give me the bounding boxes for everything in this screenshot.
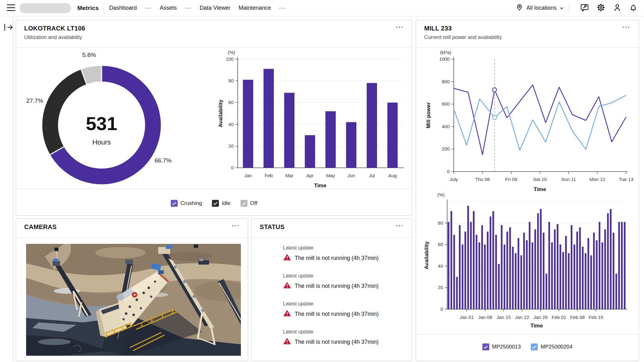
card-cameras-header: CAMERAS ··· (16, 219, 248, 231)
svg-text:80: 80 (228, 78, 234, 83)
svg-text:60: 60 (438, 242, 443, 247)
svg-text:600: 600 (442, 101, 450, 107)
status-item-message: The mill is not running (4h 37min) (295, 311, 379, 317)
mill-power-line-chart: 02004006008001000(kPa)JulyThu 08Fri 09Sa… (421, 49, 636, 208)
legend-label: Off (250, 200, 257, 206)
legend-label: Idle (222, 200, 230, 206)
legend-label: MP25000204 (541, 344, 572, 350)
feedback-button[interactable] (579, 2, 591, 14)
svg-text:Jan 22: Jan 22 (515, 315, 529, 320)
svg-text:Feb 15: Feb 15 (589, 315, 603, 320)
svg-text:(%): (%) (437, 192, 445, 197)
svg-text:Mill power: Mill power (425, 102, 431, 129)
status-list: Latest updateThe mill is not running (4h… (252, 231, 412, 346)
card-title: CAMERAS (24, 223, 240, 231)
status-item-message: The mill is not running (4h 37min) (295, 283, 379, 289)
svg-text:(%): (%) (228, 50, 235, 55)
status-item-label: Latest update (283, 273, 412, 279)
svg-text:Jan 08: Jan 08 (478, 315, 492, 320)
svg-text:0: 0 (447, 169, 450, 174)
checkbox-checked-icon[interactable] (171, 200, 178, 207)
status-item-message-row: The mill is not running (4h 37min) (283, 254, 412, 262)
location-label: All locations (526, 5, 557, 11)
status-item: Latest updateThe mill is not running (4h… (283, 245, 412, 262)
svg-text:Sun 11: Sun 11 (561, 177, 576, 182)
card-subtitle: Utilization and availability (24, 34, 404, 40)
nav-item-maintenance[interactable]: Maintenance (239, 5, 271, 11)
notifications-button[interactable] (628, 2, 639, 14)
left-panel-divider (13, 16, 13, 362)
nav-divider (569, 3, 569, 13)
nav-item-dashboard[interactable]: Dashboard (109, 5, 137, 11)
card-lokotrack-header: LOKOTRACK LT106 Utilization and availabi… (16, 20, 412, 40)
product-title: Metrics (77, 5, 99, 12)
status-item-message: The mill is not running (4h 37min) (295, 255, 379, 261)
svg-text:66.7%: 66.7% (155, 157, 172, 164)
expand-panel-button[interactable] (3, 23, 14, 33)
nav-overflow-button[interactable]: ··· (145, 5, 152, 11)
top-nav: Metrics Dashboard···Assets···Data Viewer… (0, 0, 644, 16)
svg-text:531: 531 (86, 113, 117, 134)
hamburger-menu-button[interactable] (5, 3, 17, 14)
lokotrack-legend-item-crushing[interactable]: Crushing (171, 200, 202, 207)
legend-label: MP2500013 (492, 344, 521, 350)
checkbox-checked-icon[interactable] (212, 200, 219, 207)
card-mill-header: MILL 233 Current mill power and availabi… (416, 20, 639, 40)
svg-text:1000: 1000 (439, 56, 450, 62)
mill-legend-item-mp2500013[interactable]: MP2500013 (482, 343, 521, 350)
status-item-label: Latest update (283, 301, 412, 307)
svg-text:Jan: Jan (244, 173, 252, 178)
svg-text:Mar: Mar (285, 173, 293, 178)
svg-text:Apr: Apr (306, 173, 314, 178)
lokotrack-legend-item-off[interactable]: Off (241, 200, 257, 207)
card-cameras: CAMERAS ··· (16, 218, 248, 361)
svg-text:Feb: Feb (265, 173, 273, 178)
card-menu-button[interactable]: ··· (623, 24, 630, 31)
svg-text:Thu 08: Thu 08 (475, 177, 490, 182)
lokotrack-legend: CrushingIdleOff (16, 194, 412, 213)
nav-item-assets[interactable]: Assets (160, 5, 177, 11)
svg-text:0: 0 (441, 306, 443, 312)
legend-label: Crushing (180, 200, 202, 206)
mill-legend: MP2500013MP25000204 (416, 337, 639, 356)
settings-button[interactable] (595, 2, 607, 14)
warning-triangle-icon (283, 310, 291, 318)
divider (416, 334, 639, 335)
svg-text:Time: Time (530, 323, 543, 329)
checkbox-checked-icon[interactable] (531, 343, 538, 350)
lokotrack-legend-item-idle[interactable]: Idle (212, 200, 230, 207)
checkbox-checked-icon[interactable] (482, 343, 489, 350)
svg-text:Availability: Availability (424, 241, 430, 269)
status-item: Latest updateThe mill is not running (4h… (283, 301, 412, 318)
warning-triangle-icon (283, 254, 291, 262)
card-menu-button[interactable]: ··· (232, 222, 240, 229)
camera-feed-image (26, 244, 241, 356)
nav-overflow-button[interactable]: ··· (185, 5, 192, 11)
mill-availability-bar-chart: 020406080(%)Jan 01Jan 08Jan 15Jan 22Jan … (421, 186, 636, 334)
nav-item-data-viewer[interactable]: Data Viewer (200, 5, 230, 11)
nav-items: Dashboard···Assets···Data ViewerMaintena… (109, 5, 286, 11)
status-item-label: Latest update (283, 329, 412, 335)
checkbox-checked-icon[interactable] (241, 200, 247, 207)
svg-text:5.6%: 5.6% (82, 52, 96, 58)
svg-text:100: 100 (226, 56, 234, 62)
card-menu-button[interactable]: ··· (396, 222, 404, 229)
account-button[interactable] (611, 2, 623, 14)
card-status-header: STATUS ··· (252, 219, 412, 231)
logo-placeholder (19, 3, 71, 13)
svg-text:Jul: Jul (369, 173, 375, 178)
mill-legend-item-mp25000204[interactable]: MP25000204 (531, 343, 572, 350)
svg-text:Jan 01: Jan 01 (460, 315, 474, 320)
card-title: MILL 233 (424, 25, 630, 32)
card-menu-button[interactable]: ··· (396, 24, 404, 31)
status-item-message-row: The mill is not running (4h 37min) (283, 310, 412, 318)
location-selector[interactable]: All locations (515, 3, 564, 13)
svg-text:400: 400 (442, 124, 450, 129)
chevron-down-icon (559, 5, 564, 11)
divider (416, 47, 639, 48)
nav-overflow-button[interactable]: ··· (279, 5, 286, 11)
svg-text:Mon 12: Mon 12 (590, 177, 605, 182)
svg-text:Feb 08: Feb 08 (570, 315, 585, 320)
svg-text:Feb 01: Feb 01 (552, 315, 566, 320)
card-title: STATUS (260, 223, 404, 231)
